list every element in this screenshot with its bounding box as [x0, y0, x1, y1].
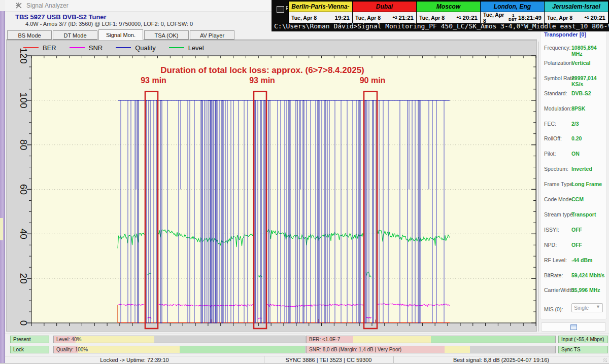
panel-splitter — [538, 42, 539, 332]
tab-dt-mode[interactable]: DT Mode — [53, 30, 97, 40]
clock-date: Tue, Apr 8 — [483, 12, 509, 24]
statusbar-segment-2: Best signal: 8,8 dB (2025-04-07 19:16) — [393, 357, 609, 363]
gauge-segment — [78, 346, 180, 353]
clock-utc-offset: +1 — [584, 16, 589, 20]
gauge-segment — [353, 336, 431, 343]
param-value: Long Frame — [571, 181, 602, 187]
param-value: OFF — [571, 227, 582, 233]
param-value: Inverted — [571, 166, 592, 172]
clock-time-row: Tue, Apr 8+221:21 — [353, 12, 416, 23]
app-icon — [15, 2, 22, 9]
svg-text:120: 120 — [18, 48, 29, 64]
param-value: 29997,014 KS/s — [571, 75, 609, 87]
param-value: 0.20 — [571, 135, 582, 141]
statusbar-segment-0: Locked -> Uptime: 72:39:10 — [5, 357, 264, 363]
transponder-header: Transponder [0] — [544, 31, 586, 38]
clock-time: 18:21:49 — [518, 15, 542, 21]
param-value: 2/3 — [571, 121, 579, 127]
clock-time-row: Tue, Apr 8-1DST18:21:49 — [481, 12, 544, 23]
world-clock-bar: Berlin-Paris-Vienna-RomaTue, Apr 819:21D… — [288, 1, 608, 23]
clock-moscow: MoscowTue, Apr 8+120:21 — [417, 2, 481, 23]
status-pill-lock: Lock — [10, 346, 49, 353]
gauge-segment — [76, 336, 154, 343]
param-value: ON — [571, 151, 580, 157]
svg-text:60: 60 — [18, 184, 29, 195]
background-window-patch — [0, 218, 3, 240]
svg-text:100: 100 — [18, 92, 29, 108]
param-label-stream-type-: Stream type: — [544, 211, 574, 217]
clock-utc-offset: +2 — [392, 16, 397, 20]
status-pill-input: Input (~55,4 Mbps) — [558, 336, 608, 343]
param-label-frame-type-: Frame Type: — [544, 181, 574, 187]
param-value: CCM — [571, 196, 584, 202]
sidebar-tool-button[interactable] — [541, 322, 606, 332]
tab-av-player[interactable]: AV Player — [190, 30, 234, 40]
clock-time-row: Tue, Apr 819:21 — [289, 12, 352, 23]
param-label-carrierwidth-: CarrierWidth: — [544, 287, 576, 293]
svg-text:93 min: 93 min — [249, 76, 275, 85]
tab-signal-mon-[interactable]: Signal Mon. — [98, 29, 143, 40]
gauge-segment — [180, 346, 305, 353]
clock-city: Jerusalem-Israel — [545, 2, 608, 12]
clock-dubai: DubaiTue, Apr 8+221:21 — [353, 2, 417, 23]
param-label-modulation-: Modulation: — [544, 105, 571, 112]
clock-time-row: Tue, Apr 8+120:21 — [545, 12, 608, 23]
gauge-segment — [431, 336, 555, 343]
param-label-code-mode-: Code Mode: — [544, 196, 573, 202]
param-value: Vertical — [571, 60, 590, 66]
param-value: OFF — [571, 242, 582, 248]
statusbar-segment-1: SYNC 3886 | TEI 3523 | CC 59300 — [264, 357, 393, 363]
window-icon — [570, 324, 577, 330]
param-label-fec-: FEC: — [544, 121, 556, 127]
clock-jerusalem-israel: Jerusalem-IsraelTue, Apr 8+120:21 — [545, 2, 608, 23]
clock-time: 20:21 — [463, 15, 478, 21]
param-label-issyi-: ISSYI: — [544, 227, 559, 233]
param-label-pilot-: Pilot: — [544, 151, 556, 157]
clock-date: Tue, Apr 8 — [419, 15, 456, 21]
param-value: 35,996 MHz — [571, 287, 600, 293]
tab-tsa-ok-[interactable]: TSA (OK) — [144, 30, 189, 40]
svg-text:93 min: 93 min — [141, 76, 166, 85]
clock-london-eng: London, EngTue, Apr 8-1DST18:21:49 — [481, 2, 545, 23]
status-pill-sync-ts: Sync TS — [558, 346, 608, 353]
tuner-details: 4.0W - Amos 3/7 (ID: 3560) @ LOF1: 97500… — [25, 21, 193, 27]
gauge-snr: SNR: 8,0 dB (Margin: 1,4 dB | Very Poor) — [306, 346, 556, 353]
chevron-down-icon[interactable]: ▼ — [596, 304, 600, 309]
tuner-name: TBS 5927 USB DVB-S2 Tuner — [15, 13, 107, 21]
svg-text:40: 40 — [18, 229, 29, 239]
param-value: DVB-S2 — [571, 90, 591, 96]
gauge-text: Level: 40% — [56, 337, 81, 342]
param-label-rolloff-: RollOff: — [544, 135, 562, 141]
param-value: 59,424 Mbit/s — [571, 272, 604, 278]
gauge-segment — [445, 346, 470, 353]
gauge-text: SNR: 8,0 dB (Margin: 1,4 dB | Very Poor) — [309, 347, 401, 352]
param-label-polarization-: Polarization: — [544, 60, 573, 66]
param-value: 8PSK — [571, 105, 585, 112]
param-value: -44 dBm — [571, 257, 592, 263]
clock-date: Tue, Apr 8 — [355, 15, 392, 21]
param-value: Transport — [571, 211, 596, 217]
gauge-quality: Quality: 100% — [53, 346, 306, 353]
param-label-standard-: Standard: — [544, 90, 567, 96]
clock-city: Berlin-Paris-Vienna-Roma — [289, 2, 352, 12]
gauge-ber: BER: <1.0E-7 — [306, 336, 556, 343]
clock-date: Tue, Apr 8 — [291, 15, 335, 21]
svg-text:20: 20 — [18, 273, 29, 284]
mis-label: MIS (0): — [544, 306, 563, 312]
gauge-text: BER: <1.0E-7 — [309, 337, 340, 342]
tab-bs-mode[interactable]: BS Mode — [7, 30, 52, 40]
bottom-separator — [5, 334, 609, 334]
resize-grip[interactable] — [603, 358, 607, 362]
window-title: Signal Analyzer — [26, 2, 69, 9]
clock-time: 21:21 — [399, 15, 414, 21]
clock-time: 20:21 — [591, 15, 605, 21]
clock-time: 19:21 — [335, 15, 350, 21]
param-label-bitrate-: BitRate: — [544, 272, 563, 278]
clock-utc-offset: +1 — [456, 16, 461, 20]
gauge-text: Quality: 100% — [56, 347, 88, 352]
clock-time-row: Tue, Apr 8+120:21 — [417, 12, 480, 23]
terminal-icon — [277, 6, 284, 13]
clock-date: Tue, Apr 8 — [547, 15, 584, 21]
svg-text:90 min: 90 min — [360, 76, 386, 85]
clock-city: Dubai — [353, 2, 416, 12]
